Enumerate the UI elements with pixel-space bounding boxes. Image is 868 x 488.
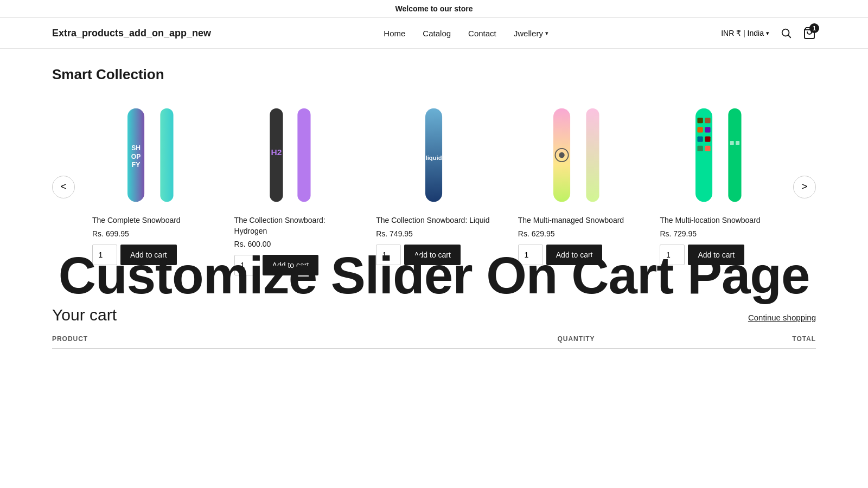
add-to-cart-btn-1[interactable]: Add to cart — [120, 245, 177, 265]
product-image-2: H2 — [234, 98, 350, 207]
section-title: Smart Collection — [52, 66, 816, 83]
snowboard-svg-2a: H2 — [264, 104, 292, 207]
snowboard-svg-2b — [292, 104, 320, 207]
product-price-3: Rs. 749.95 — [376, 229, 413, 238]
svg-text:SH: SH — [131, 144, 141, 152]
product-name-5: The Multi-location Snowboard — [660, 215, 760, 226]
svg-text:FY: FY — [132, 161, 140, 169]
product-card-3: liquid The Collection Snowboard: Liquid … — [363, 98, 505, 275]
product-price-4: Rs. 629.95 — [518, 229, 555, 238]
header-right: INR ₹ | India ▾ 1 — [721, 27, 816, 40]
product-name-2: The Collection Snowboard: Hydrogen — [234, 215, 350, 236]
product-card-1: SH OP FY The Complete Snowboard Rs. 699.… — [79, 98, 221, 275]
chevron-down-icon: ▾ — [766, 30, 769, 37]
svg-rect-23 — [705, 136, 710, 142]
currency-selector[interactable]: INR ₹ | India ▾ — [721, 29, 769, 37]
svg-text:liquid: liquid — [426, 155, 442, 161]
svg-rect-28 — [736, 141, 739, 145]
qty-input-5[interactable] — [660, 245, 685, 265]
add-to-cart-row-3: Add to cart — [376, 245, 461, 265]
qty-input-3[interactable] — [376, 245, 401, 265]
product-name-4: The Multi-managed Snowboard — [518, 215, 624, 226]
col-quantity-header: QUANTITY — [401, 335, 751, 343]
cart-title: Your cart — [52, 306, 117, 324]
svg-rect-26 — [728, 108, 741, 202]
products-row: SH OP FY The Complete Snowboard Rs. 699.… — [79, 98, 789, 275]
svg-text:OP: OP — [131, 153, 141, 160]
snowboard-svg-3: liquid — [415, 104, 452, 207]
add-to-cart-row-4: Add to cart — [518, 245, 603, 265]
product-price-5: Rs. 729.95 — [660, 229, 697, 238]
svg-rect-24 — [697, 146, 703, 151]
banner-text: Welcome to our store — [395, 4, 473, 13]
cart-header-row: Your cart Continue shopping — [52, 306, 816, 324]
snowboard-svg-4b — [580, 104, 609, 207]
svg-point-0 — [782, 29, 789, 36]
product-card-5: The Multi-location Snowboard Rs. 729.95 … — [647, 98, 789, 275]
search-icon — [780, 27, 792, 39]
add-to-cart-btn-2[interactable]: Add to cart — [263, 255, 319, 275]
col-product-header: PRODUCT — [52, 335, 401, 343]
col-total-header: TOTAL — [751, 335, 816, 343]
svg-point-15 — [559, 152, 564, 158]
svg-rect-18 — [697, 118, 703, 123]
product-price-2: Rs. 600.00 — [234, 240, 271, 248]
nav-home[interactable]: Home — [384, 29, 405, 38]
svg-rect-21 — [705, 127, 710, 132]
svg-rect-25 — [705, 146, 710, 151]
product-image-5 — [660, 98, 776, 207]
product-slider: < SH OP FY — [52, 98, 816, 275]
snowboard-svg-5b — [723, 104, 751, 207]
product-card-4: The Multi-managed Snowboard Rs. 629.95 A… — [505, 98, 647, 275]
svg-rect-16 — [586, 108, 599, 202]
cart-badge: 1 — [809, 23, 819, 33]
product-name-3: The Collection Snowboard: Liquid — [376, 215, 489, 226]
nav-catalog[interactable]: Catalog — [423, 29, 451, 38]
top-banner: Welcome to our store — [0, 0, 868, 18]
product-image-4 — [518, 98, 634, 207]
snowboard-svg-5a — [685, 104, 723, 207]
cart-button[interactable]: 1 — [803, 27, 816, 40]
add-to-cart-row-5: Add to cart — [660, 245, 744, 265]
main-content: Smart Collection < SH OP FY — [0, 49, 868, 301]
nav-jwellery-dropdown[interactable]: Jwellery ▾ — [514, 29, 548, 38]
svg-text:H2: H2 — [271, 147, 282, 157]
svg-rect-22 — [697, 136, 703, 142]
product-price-1: Rs. 699.95 — [92, 229, 129, 238]
product-image-1: SH OP FY — [92, 98, 208, 207]
logo[interactable]: Extra_products_add_on_app_new — [52, 28, 211, 39]
snowboard-svg-1: SH OP FY — [117, 104, 155, 207]
svg-rect-10 — [298, 108, 311, 202]
svg-rect-7 — [161, 108, 174, 202]
header: Extra_products_add_on_app_new Home Catal… — [0, 18, 868, 49]
svg-rect-19 — [705, 118, 710, 123]
cart-section: Your cart Continue shopping PRODUCT QUAN… — [0, 306, 868, 349]
cart-columns: PRODUCT QUANTITY TOTAL — [52, 335, 816, 349]
nav-contact[interactable]: Contact — [468, 29, 496, 38]
svg-rect-27 — [730, 141, 734, 145]
add-to-cart-btn-4[interactable]: Add to cart — [546, 245, 603, 265]
search-button[interactable] — [780, 27, 792, 39]
slider-prev-button[interactable]: < — [52, 176, 75, 198]
add-to-cart-row-1: Add to cart — [92, 245, 177, 265]
add-to-cart-btn-3[interactable]: Add to cart — [404, 245, 461, 265]
chevron-down-icon: ▾ — [545, 30, 548, 37]
product-card-2: H2 The Collection Snowboard: Hydrogen Rs… — [221, 98, 363, 275]
add-to-cart-btn-5[interactable]: Add to cart — [688, 245, 744, 265]
main-nav: Home Catalog Contact Jwellery ▾ — [384, 29, 548, 38]
qty-input-1[interactable] — [92, 245, 117, 265]
continue-shopping-button[interactable]: Continue shopping — [748, 313, 816, 322]
snowboard-svg-4 — [543, 104, 580, 207]
slider-next-button[interactable]: > — [793, 176, 816, 198]
product-name-1: The Complete Snowboard — [92, 215, 181, 226]
add-to-cart-row-2: Add to cart — [234, 255, 319, 275]
qty-input-4[interactable] — [518, 245, 543, 265]
svg-rect-20 — [697, 127, 703, 132]
svg-line-1 — [788, 35, 790, 37]
snowboard-svg-1b — [155, 104, 183, 207]
product-image-3: liquid — [376, 98, 492, 207]
qty-input-2[interactable] — [234, 255, 259, 275]
